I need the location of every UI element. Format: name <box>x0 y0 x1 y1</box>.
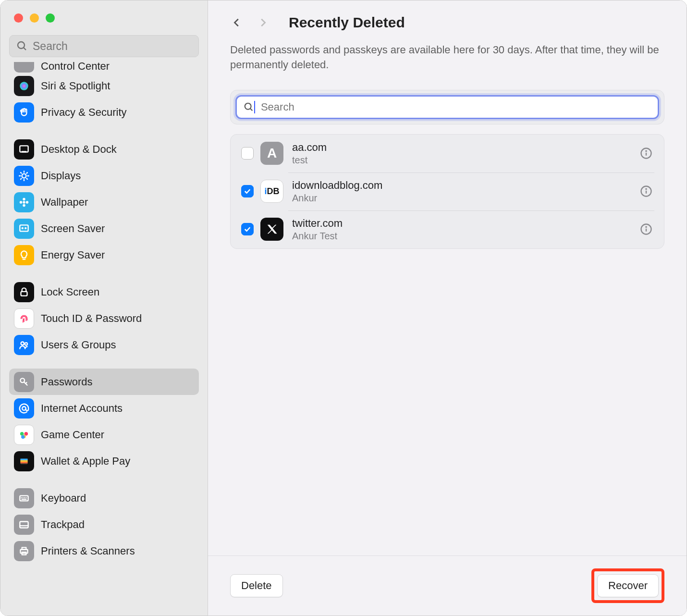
sidebar-item-touch-id-password[interactable]: Touch ID & Password <box>9 305 199 332</box>
sidebar-item-label: Siri & Spotlight <box>41 80 110 92</box>
sidebar-item-keyboard[interactable]: Keyboard <box>9 485 199 511</box>
trackpad-icon <box>14 515 34 535</box>
sidebar-item-label: Screen Saver <box>41 222 105 235</box>
sidebar-item-label: Wallpaper <box>41 196 88 209</box>
bulb-icon <box>14 245 34 265</box>
sidebar-item-screen-saver[interactable]: Screen Saver <box>9 215 199 242</box>
sidebar-item-label: Game Center <box>41 429 104 441</box>
recover-highlight: Recover <box>591 568 664 603</box>
row-text: twitter.comAnkur Test <box>292 217 638 242</box>
chevron-right-icon <box>258 15 268 30</box>
keyboard-icon <box>14 488 34 508</box>
back-button[interactable] <box>228 14 245 31</box>
content-header: Recently Deleted <box>208 0 687 34</box>
svg-point-5 <box>22 173 26 178</box>
sidebar-item-privacy-security[interactable]: Privacy & Security <box>9 99 199 125</box>
info-button[interactable] <box>638 145 654 161</box>
svg-rect-11 <box>20 225 28 231</box>
zoom-window-button[interactable] <box>46 13 55 23</box>
svg-point-12 <box>22 227 24 229</box>
svg-point-8 <box>23 204 25 206</box>
list-search-input[interactable] <box>261 101 651 113</box>
row-checkbox[interactable] <box>241 147 254 160</box>
svg-point-6 <box>23 201 25 203</box>
sidebar-search[interactable] <box>9 35 199 57</box>
wallet-icon <box>14 451 34 471</box>
password-row[interactable]: twitter.comAnkur Test <box>231 210 664 248</box>
sidebar-item-label: Displays <box>41 170 81 182</box>
svg-rect-25 <box>20 460 27 461</box>
row-checkbox[interactable] <box>241 185 254 197</box>
row-subtitle: Ankur Test <box>292 231 638 242</box>
svg-rect-24 <box>20 458 27 460</box>
sidebar-item-label: Touch ID & Password <box>41 312 142 325</box>
sidebar-item-label: Keyboard <box>41 492 86 505</box>
recover-button[interactable]: Recover <box>597 574 659 597</box>
sidebar-item-lock-screen[interactable]: Lock Screen <box>9 279 199 305</box>
lock-icon <box>14 282 34 302</box>
flower-icon <box>14 192 34 212</box>
sidebar-item-displays[interactable]: Displays <box>9 162 199 189</box>
svg-rect-14 <box>21 291 27 296</box>
svg-rect-4 <box>22 151 27 152</box>
svg-point-37 <box>646 151 646 151</box>
sidebar-item-users-groups[interactable]: Users & Groups <box>9 332 199 358</box>
content-pane: Recently Deleted Deleted passwords and p… <box>208 0 687 616</box>
info-button[interactable] <box>638 221 654 237</box>
sidebar-item-label: Users & Groups <box>41 339 116 351</box>
sidebar: Control Center Siri & SpotlightPrivacy &… <box>0 0 208 616</box>
password-row[interactable]: Aaa.comtest <box>231 135 664 172</box>
info-icon <box>639 185 653 198</box>
site-icon <box>260 218 283 241</box>
sidebar-item-label: Energy Saver <box>41 249 105 261</box>
siri-icon <box>14 76 34 96</box>
search-icon <box>244 102 254 112</box>
window-controls <box>0 0 208 35</box>
sidebar-search-input[interactable] <box>33 40 192 53</box>
users-icon <box>14 335 34 355</box>
sidebar-item-desktop-dock[interactable]: Desktop & Dock <box>9 136 199 162</box>
list-search-field[interactable] <box>235 95 659 119</box>
svg-point-13 <box>25 227 26 229</box>
row-subtitle: Ankur <box>292 193 638 204</box>
sidebar-item-label: Wallet & Apple Pay <box>41 455 130 468</box>
dock-icon <box>14 139 34 160</box>
svg-point-9 <box>20 201 22 203</box>
chevron-left-icon <box>232 15 242 30</box>
sun-icon <box>14 166 34 186</box>
minimize-window-button[interactable] <box>30 13 39 23</box>
row-text: aa.comtest <box>292 141 638 166</box>
svg-point-22 <box>21 435 25 439</box>
hand-icon <box>14 102 34 123</box>
screensaver-icon <box>14 219 34 239</box>
sidebar-item-label: Trackpad <box>41 518 85 531</box>
sidebar-item-game-center[interactable]: Game Center <box>9 421 199 448</box>
password-row[interactable]: iDBidownloadblog.comAnkur <box>231 172 664 210</box>
info-button[interactable] <box>638 183 654 199</box>
sidebar-item-trackpad[interactable]: Trackpad <box>9 511 199 538</box>
settings-window: Control Center Siri & SpotlightPrivacy &… <box>0 0 687 616</box>
forward-button[interactable] <box>254 14 271 31</box>
sidebar-item-label: Desktop & Dock <box>41 143 117 156</box>
row-checkbox[interactable] <box>241 223 254 235</box>
sidebar-item-siri-spotlight[interactable]: Siri & Spotlight <box>9 73 199 99</box>
sidebar-item-wallet-apple-pay[interactable]: Wallet & Apple Pay <box>9 448 199 474</box>
info-icon <box>639 147 653 160</box>
sidebar-item-wallpaper[interactable]: Wallpaper <box>9 189 199 215</box>
info-icon <box>639 222 653 236</box>
site-icon: A <box>260 142 283 165</box>
sidebar-item-printers-scanners[interactable]: Printers & Scanners <box>9 538 199 564</box>
row-title: aa.com <box>292 141 638 154</box>
sidebar-list: Control Center Siri & SpotlightPrivacy &… <box>0 62 208 616</box>
sidebar-item-internet-accounts[interactable]: Internet Accounts <box>9 395 199 421</box>
at-icon <box>14 398 34 419</box>
svg-line-34 <box>250 108 253 111</box>
sidebar-item-passwords[interactable]: Passwords <box>9 369 199 395</box>
svg-point-2 <box>20 82 28 90</box>
sidebar-item-energy-saver[interactable]: Energy Saver <box>9 242 199 268</box>
sidebar-item-control-center[interactable]: Control Center <box>9 62 199 73</box>
delete-button[interactable]: Delete <box>230 574 283 597</box>
close-window-button[interactable] <box>14 13 23 23</box>
sidebar-item-label: Lock Screen <box>41 286 99 298</box>
svg-point-16 <box>25 343 27 345</box>
